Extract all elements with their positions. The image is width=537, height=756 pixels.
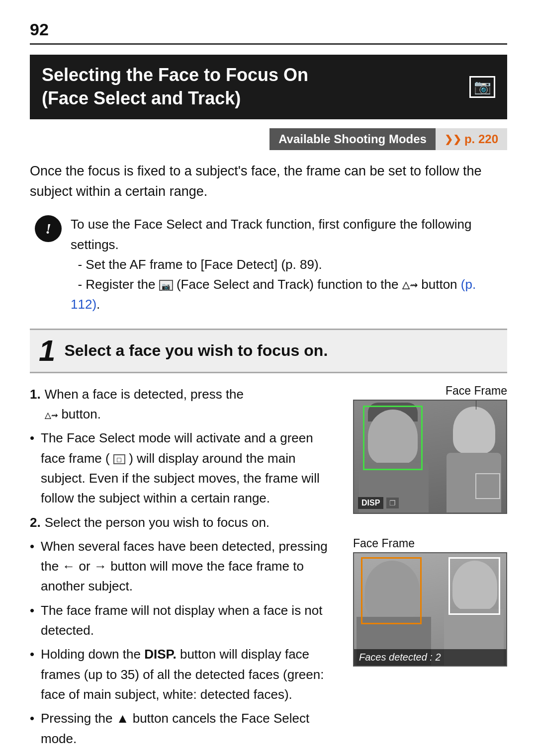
note-bullet2: - Register the 📷 (Face Select and Track)… (71, 274, 502, 315)
step1-item1: 1. When a face is detected, press the △⇝… (30, 384, 338, 424)
step1-image-col: Face Frame DISP ❐ Fac (353, 384, 507, 670)
chevron-icon: ❯❯ (445, 133, 461, 145)
step1-text-col: 1. When a face is detected, press the △⇝… (30, 384, 338, 753)
button-symbol: △⇝ (402, 277, 418, 292)
available-modes-label: Available Shooting Modes (269, 128, 436, 150)
person2-head (453, 407, 495, 454)
disp-button: DISP (358, 497, 383, 509)
note-bullet1: - Set the AF frame to [Face Detect] (p. … (71, 254, 502, 274)
item1-text: When a face is detected, press the △⇝ bu… (45, 384, 244, 424)
title-line1: Selecting the Face to Focus On (42, 64, 308, 87)
note-icon: ! (35, 215, 62, 242)
step1-item2: 2. Select the person you wish to focus o… (30, 512, 338, 532)
note-content: To use the Face Select and Track functio… (71, 214, 502, 314)
intro-text: Once the focus is fixed to a subject's f… (30, 161, 507, 203)
bullet5: Pressing the ▲ button cancels the Face S… (30, 708, 338, 749)
camera-screen-2: Faces detected : 2 (353, 552, 507, 667)
modes-page-number: p. 220 (464, 132, 498, 146)
page-number-text: 92 (30, 20, 49, 39)
camera-icon-box: 📷 (469, 76, 495, 98)
step-number: 1 (39, 336, 55, 366)
item2-text: Select the person you wish to focus on. (45, 512, 269, 532)
item2-num: 2. (30, 512, 41, 532)
faces-detected-bar: Faces detected : 2 (354, 649, 506, 666)
note-box: ! To use the Face Select and Track funct… (30, 214, 507, 314)
step-title: Select a face you wish to focus on. (64, 341, 328, 360)
face-select-icon: 📷 (159, 280, 173, 291)
available-modes-bar: Available Shooting Modes ❯❯ p. 220 (30, 128, 507, 150)
bullet3: The face frame will not display when a f… (30, 600, 338, 641)
button-symbol-1: △⇝ (45, 409, 58, 421)
bullet2: When several faces have been detected, p… (30, 536, 338, 596)
step1-bullets1: The Face Select mode will activate and a… (30, 428, 338, 508)
disp-bold: DISP. (144, 647, 177, 662)
face-frame-caption1: Face Frame (446, 384, 507, 398)
camera-screen-1: DISP ❐ (353, 400, 507, 514)
page-number: 92 (30, 20, 507, 45)
note-icon-symbol: ! (45, 220, 51, 237)
face-frame-caption2: Face Frame (353, 537, 507, 550)
bullet1: The Face Select mode will activate and a… (30, 428, 338, 508)
step1-bullets2: When several faces have been detected, p… (30, 536, 338, 749)
corner-bracket (475, 473, 500, 499)
title-block: Selecting the Face to Focus On (Face Sel… (30, 55, 507, 119)
face-frame-icon: ☐ (113, 454, 125, 464)
step1-header: 1 Select a face you wish to focus on. (30, 329, 507, 373)
step1-content: 1. When a face is detected, press the △⇝… (30, 384, 507, 753)
arrow-line1 (476, 401, 476, 410)
title-line2: (Face Select and Track) (42, 87, 308, 110)
note-text1: To use the Face Select and Track functio… (71, 214, 502, 254)
page-title: Selecting the Face to Focus On (Face Sel… (42, 64, 308, 110)
bottom-icon-row: DISP ❐ (358, 497, 399, 509)
bullet4: Holding down the DISP. button will displ… (30, 644, 338, 704)
orange-face-frame (361, 557, 422, 624)
available-modes-page[interactable]: ❯❯ p. 220 (436, 128, 507, 150)
camera-icon: 📷 (474, 79, 491, 95)
white-face-frame (448, 557, 500, 615)
item1-num: 1. (30, 384, 41, 424)
green-face-frame (363, 406, 423, 470)
grid-icon: ❐ (386, 498, 399, 508)
